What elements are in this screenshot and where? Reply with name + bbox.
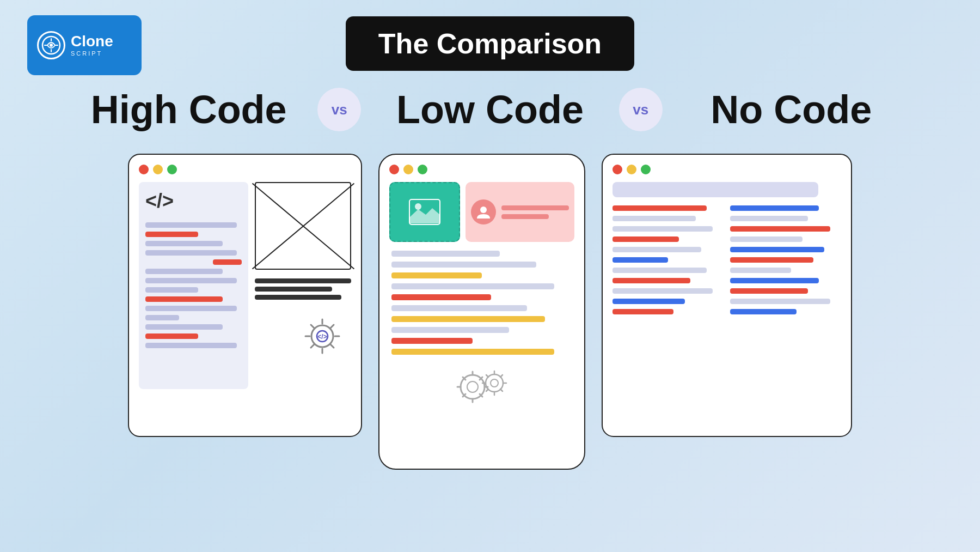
lc-line [391, 327, 509, 333]
profile-lines [501, 205, 569, 219]
svg-point-14 [415, 203, 421, 210]
nc-line [730, 309, 797, 314]
lc-gears [389, 355, 574, 410]
nc-line [612, 278, 690, 283]
nc-col-left [612, 205, 724, 314]
category-high-code: High Code [65, 87, 312, 132]
code-line [145, 250, 237, 256]
high-code-card: </> [128, 154, 362, 437]
dot-green-hc [167, 165, 177, 174]
lc-content-lines [389, 251, 574, 355]
window-dots-lc [389, 165, 574, 174]
svg-point-15 [480, 207, 487, 213]
wireframe-placeholder [255, 182, 351, 270]
hc-text-lines [255, 276, 351, 300]
nc-line [612, 216, 696, 221]
main-content: High Code vs Low Code vs No Code </> [0, 87, 980, 470]
hc-text-line [255, 287, 332, 292]
header: Clone Script The Comparison [0, 0, 980, 87]
code-line [145, 269, 223, 274]
dot-yellow-lc [403, 165, 413, 174]
nc-line [612, 288, 713, 294]
nc-line [612, 205, 707, 211]
image-placeholder-icon [408, 198, 441, 226]
nc-line [730, 278, 819, 283]
category-no-code: No Code [668, 87, 915, 132]
code-line [145, 278, 237, 283]
logo-sub: Script [71, 50, 113, 57]
hc-left-panel: </> [139, 182, 248, 389]
svg-point-17 [467, 381, 478, 392]
gear-area-hc: </> [255, 312, 351, 361]
vs-badge-1: vs [317, 88, 361, 131]
nc-search-bar [612, 182, 818, 197]
nc-inner [612, 182, 841, 314]
dot-green-nc [641, 165, 651, 174]
nc-line [612, 226, 713, 232]
code-line [145, 306, 237, 311]
no-code-card [602, 154, 852, 437]
logo-text: Clone Script [71, 34, 113, 57]
code-tag-icon: </> [145, 190, 242, 213]
lc-line [391, 283, 554, 289]
nc-line [612, 257, 668, 263]
hc-right-panel: </> [255, 182, 351, 389]
categories-row: High Code vs Low Code vs No Code [33, 87, 947, 132]
svg-line-11 [330, 325, 334, 328]
svg-line-9 [311, 325, 314, 328]
lc-line [391, 316, 545, 322]
dot-yellow-hc [153, 165, 163, 174]
profile-line [501, 214, 549, 219]
profile-line [501, 205, 569, 210]
svg-text:</>: </> [317, 333, 327, 341]
nc-line [612, 236, 679, 242]
svg-line-34 [500, 375, 503, 377]
lc-line [391, 262, 536, 268]
page-title: The Comparison [346, 16, 634, 71]
gears-icon-lc [452, 362, 512, 406]
window-dots-hc [139, 165, 351, 174]
logo-icon [37, 31, 65, 59]
code-line [213, 259, 242, 265]
dot-red-nc [612, 165, 622, 174]
code-line [145, 222, 237, 228]
nc-line [730, 288, 808, 294]
nc-line [612, 247, 701, 252]
svg-point-27 [491, 379, 498, 387]
dot-red-lc [389, 165, 399, 174]
nc-line [730, 226, 830, 232]
code-line [145, 333, 198, 339]
svg-line-35 [486, 389, 488, 391]
nc-col-right [730, 205, 841, 314]
lc-line [391, 251, 500, 257]
logo-brand: Clone [71, 34, 113, 49]
svg-line-10 [330, 344, 334, 348]
code-line [145, 315, 179, 320]
code-lines [145, 222, 242, 348]
code-line [145, 241, 223, 246]
hc-text-line [255, 278, 351, 283]
code-line [145, 296, 223, 302]
nc-line [730, 216, 808, 221]
vs-badge-2: vs [619, 88, 663, 131]
svg-point-1 [50, 44, 53, 47]
svg-line-33 [500, 389, 503, 391]
nc-line [730, 205, 819, 211]
hc-inner: </> [139, 182, 351, 389]
nc-line [612, 299, 685, 304]
code-line [145, 287, 198, 293]
nc-two-col [612, 205, 841, 314]
dot-red-hc [139, 165, 149, 174]
nc-line [730, 236, 803, 242]
low-code-card [378, 154, 585, 470]
nc-line [730, 299, 830, 304]
gear-icon-hc: </> [298, 312, 347, 361]
code-line [145, 343, 237, 348]
nc-line [730, 247, 824, 252]
cards-row: </> [33, 154, 947, 470]
hc-text-line [255, 295, 341, 300]
nc-line [730, 257, 813, 263]
lc-line [391, 294, 491, 300]
lc-top-widgets [389, 182, 574, 242]
code-line [145, 324, 223, 330]
